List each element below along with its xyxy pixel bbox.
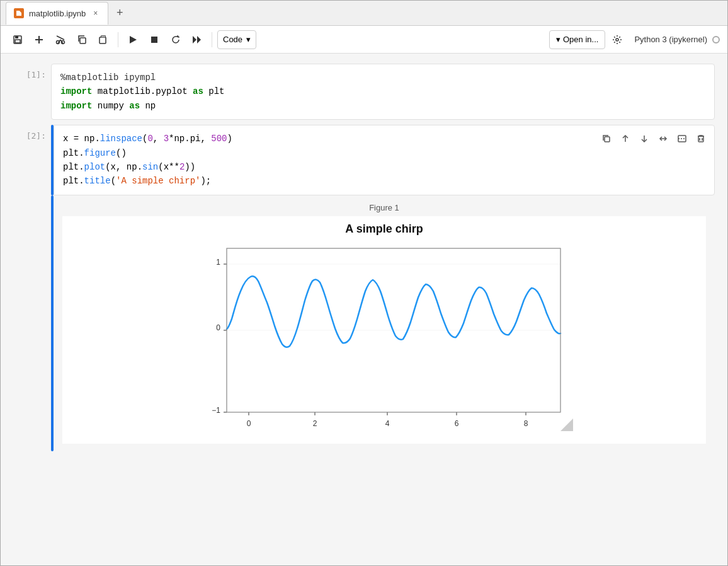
cell-copy-button[interactable] — [598, 130, 615, 147]
fast-forward-button[interactable] — [188, 30, 207, 49]
cell-1-line-3: import numpy as np — [60, 99, 705, 113]
svg-marker-15 — [193, 36, 196, 43]
settings-button[interactable] — [608, 30, 627, 49]
toolbar: Code ▾ ▾ Open in... Python 3 (ipykernel) — [1, 26, 727, 54]
kernel-circle-indicator — [712, 36, 720, 43]
notebook-icon — [14, 8, 24, 18]
svg-text:6: 6 — [455, 419, 459, 428]
svg-rect-1 — [15, 36, 18, 38]
cell-2: [2]: x = np.linspace(0, 3*np.pi, 500) pl… — [13, 125, 715, 195]
svg-text:4: 4 — [385, 419, 390, 428]
svg-rect-11 — [100, 37, 106, 43]
kernel-status: Python 3 (ipykernel) — [634, 35, 720, 44]
cell-delete-button[interactable] — [693, 130, 709, 147]
output-spacer-left — [13, 195, 51, 451]
open-in-label: ▾ — [556, 35, 560, 44]
svg-text:−1: −1 — [212, 406, 220, 415]
tab-close-button[interactable]: × — [91, 8, 100, 19]
save-button[interactable] — [8, 30, 27, 49]
svg-text:1: 1 — [216, 258, 220, 267]
cell-type-select[interactable]: Code ▾ — [217, 30, 256, 49]
open-in-text: Open in... — [563, 35, 598, 44]
separator-1 — [118, 32, 118, 47]
chart-container: A simple chirp 1 0 −1 0 2 — [62, 216, 706, 444]
figure-label: Figure 1 — [62, 203, 706, 212]
cell-2-line-3: plt.plot(x, np.sin(x**2)) — [63, 160, 705, 174]
chart-resize-handle[interactable] — [560, 419, 573, 431]
restart-button[interactable] — [166, 30, 185, 49]
cell-1-line-2: import matplotlib.pyplot as plt — [60, 84, 705, 98]
cell-2-toolbar — [598, 130, 709, 147]
cell-split-button[interactable] — [655, 130, 671, 147]
svg-text:0: 0 — [216, 323, 220, 332]
svg-text:2: 2 — [313, 419, 317, 428]
add-cell-button[interactable] — [30, 30, 48, 49]
svg-rect-24 — [698, 136, 703, 142]
svg-rect-2 — [15, 40, 20, 43]
svg-marker-13 — [130, 36, 137, 43]
kernel-label: Python 3 (ipykernel) — [634, 35, 707, 44]
app-window: matplotlib.ipynb × + — [0, 0, 728, 566]
new-tab-button[interactable]: + — [111, 4, 128, 22]
svg-line-9 — [57, 36, 64, 40]
chart-title: A simple chirp — [345, 222, 423, 236]
cell-type-label: Code — [223, 35, 242, 44]
svg-rect-12 — [101, 36, 105, 37]
cell-type-dropdown-icon: ▾ — [246, 35, 251, 44]
svg-text:8: 8 — [524, 419, 528, 428]
cell-1: [1]: %matplotlib ipympl import matplotli… — [13, 64, 715, 120]
title-bar: matplotlib.ipynb × + — [1, 1, 727, 26]
cell-merge-button[interactable] — [674, 130, 690, 147]
chirp-chart: 1 0 −1 0 2 4 6 8 — [195, 242, 573, 431]
run-button[interactable] — [123, 30, 142, 49]
main-content: [1]: %matplotlib ipympl import matplotli… — [1, 54, 727, 565]
svg-marker-16 — [197, 36, 201, 43]
chart-area: 1 0 −1 0 2 4 6 8 — [195, 242, 573, 431]
tab-title: matplotlib.ipynb — [29, 9, 86, 18]
svg-rect-14 — [151, 37, 157, 43]
cell-1-line-1: %matplotlib ipympl — [60, 71, 705, 84]
svg-rect-10 — [80, 38, 86, 43]
cell-1-number: [1]: — [13, 64, 51, 120]
stop-button[interactable] — [145, 30, 164, 49]
cut-button[interactable] — [51, 30, 70, 49]
cell-2-code[interactable]: x = np.linspace(0, 3*np.pi, 500) plt.fig… — [54, 125, 715, 195]
cell-1-code[interactable]: %matplotlib ipympl import matplotlib.pyp… — [51, 64, 715, 120]
svg-marker-48 — [560, 419, 573, 431]
active-tab[interactable]: matplotlib.ipynb × — [6, 2, 108, 25]
open-in-button[interactable]: ▾ Open in... — [549, 30, 605, 49]
paste-button[interactable] — [94, 30, 113, 49]
cell-move-up-button[interactable] — [617, 130, 634, 147]
output-area: Figure 1 A simple chirp 1 0 −1 — [54, 195, 715, 451]
cell-2-line-2: plt.figure() — [63, 146, 705, 160]
output-container: Figure 1 A simple chirp 1 0 −1 — [13, 195, 715, 451]
cell-move-down-button[interactable] — [636, 130, 652, 147]
cell-2-number: [2]: — [13, 125, 51, 195]
svg-text:0: 0 — [247, 419, 251, 428]
cell-2-line-4: plt.title('A simple chirp'); — [63, 174, 705, 188]
separator-2 — [212, 32, 212, 47]
svg-point-17 — [616, 38, 618, 41]
svg-rect-18 — [605, 137, 610, 142]
copy-button[interactable] — [72, 30, 91, 49]
